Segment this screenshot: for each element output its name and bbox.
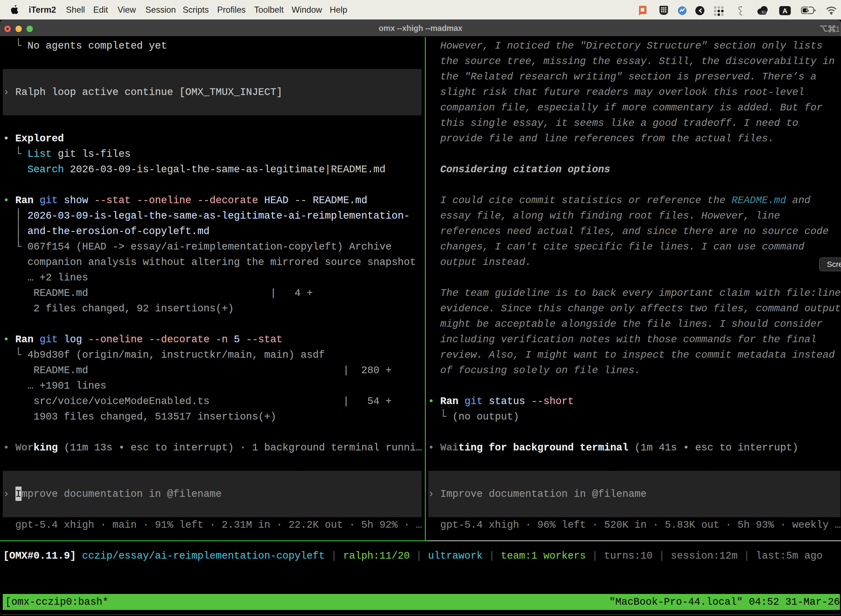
- svg-text:1: 1: [835, 24, 840, 34]
- svg-text:A: A: [782, 7, 787, 15]
- svg-text:..61: ..61: [759, 10, 766, 14]
